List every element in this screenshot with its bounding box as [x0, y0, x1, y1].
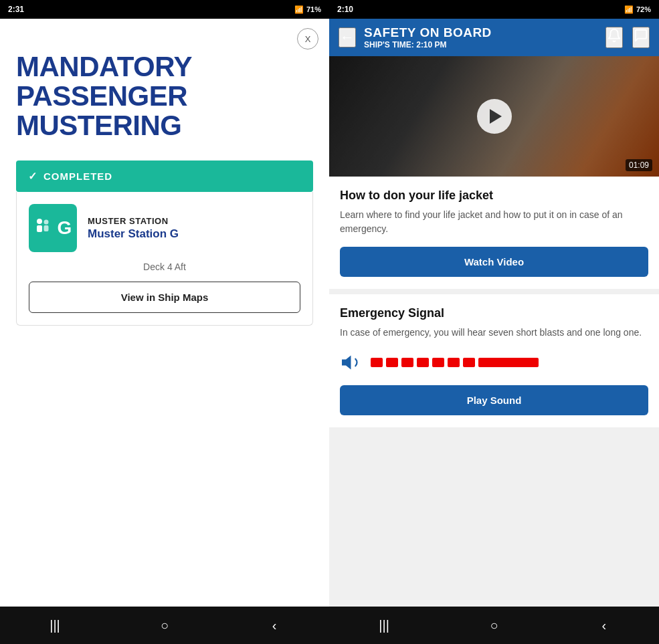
life-jacket-title: How to don your life jacket	[340, 189, 648, 203]
muster-people-svg	[34, 216, 56, 240]
completed-banner: ✓ COMPLETED	[16, 160, 313, 192]
right-status-time: 2:10	[337, 5, 353, 14]
watch-video-button[interactable]: Watch Video	[340, 247, 648, 277]
chat-button[interactable]	[632, 27, 650, 48]
header-title-block: SAFETY ON BOARD SHIP'S TIME: 2:10 PM	[364, 25, 492, 49]
right-status-bar: 2:10 📶 72%	[329, 0, 659, 19]
muster-deck: Deck 4 Aft	[29, 261, 300, 272]
muster-station-name: Muster Station G	[88, 227, 179, 241]
signal-short-6	[448, 358, 460, 367]
muster-station-label: MUSTER STATION	[88, 216, 179, 226]
header-subtitle: SHIP'S TIME: 2:10 PM	[364, 40, 492, 49]
right-battery: 72%	[636, 5, 651, 13]
signal-short-3	[401, 358, 413, 367]
muster-card: G MUSTER STATION Muster Station G Deck 4…	[16, 192, 313, 326]
view-map-button[interactable]: View in Ship Maps	[29, 282, 300, 313]
left-battery: 71%	[306, 5, 321, 13]
svg-rect-1	[37, 225, 42, 232]
header-icons	[605, 27, 650, 48]
life-jacket-description: Learn where to find your life jacket and…	[340, 208, 648, 236]
play-triangle-icon	[490, 109, 502, 124]
play-sound-button[interactable]: Play Sound	[340, 385, 648, 415]
header-title: SAFETY ON BOARD	[364, 25, 492, 40]
right-nav-back-icon[interactable]: ‹	[591, 612, 618, 639]
signal-short-7	[463, 358, 475, 367]
svg-point-2	[43, 220, 48, 225]
right-wifi-icon: 📶	[624, 5, 634, 14]
left-phone: 2:31 📶 71% X MANDATORY PASSENGER MUSTERI…	[0, 0, 329, 644]
signal-short-1	[371, 358, 383, 367]
right-scroll-area: How to don your life jacket Learn where …	[329, 177, 659, 607]
right-phone: 2:10 📶 72% ← SAFETY ON BOARD SHIP'S TIME…	[329, 0, 659, 644]
svg-rect-3	[43, 225, 48, 231]
video-thumbnail[interactable]: 01:09	[329, 56, 659, 177]
left-main-content: X MANDATORY PASSENGER MUSTERING ✓ COMPLE…	[0, 19, 329, 607]
right-nav-bar: ||| ○ ‹	[329, 607, 659, 644]
chat-icon	[634, 28, 648, 43]
main-title: MANDATORY PASSENGER MUSTERING	[16, 52, 313, 140]
left-status-time: 2:31	[8, 5, 24, 14]
notification-button[interactable]	[605, 27, 623, 48]
check-icon: ✓	[28, 170, 37, 183]
emergency-signal-description: In case of emergency, you will hear seve…	[340, 326, 648, 340]
play-button[interactable]	[477, 99, 512, 134]
muster-header: G MUSTER STATION Muster Station G	[29, 204, 300, 252]
svg-point-0	[37, 219, 42, 224]
right-nav-home-icon[interactable]: ○	[480, 612, 507, 639]
left-nav-back-icon[interactable]: ‹	[261, 612, 288, 639]
signal-visual	[340, 350, 648, 374]
muster-g-letter: G	[58, 217, 72, 239]
completed-label: COMPLETED	[43, 171, 112, 182]
close-button[interactable]: X	[297, 28, 318, 49]
svg-marker-4	[342, 356, 351, 370]
right-nav-menu-icon[interactable]: |||	[371, 612, 397, 639]
muster-icon: G	[29, 204, 77, 252]
muster-info: MUSTER STATION Muster Station G	[88, 216, 179, 241]
left-wifi-icon: 📶	[294, 5, 304, 14]
life-jacket-card: How to don your life jacket Learn where …	[329, 177, 659, 289]
video-duration: 01:09	[626, 159, 652, 171]
signal-long-1	[478, 358, 539, 367]
left-nav-menu-icon[interactable]: |||	[41, 612, 68, 639]
left-nav-bar: ||| ○ ‹	[0, 607, 329, 644]
right-header: ← SAFETY ON BOARD SHIP'S TIME: 2:10 PM	[329, 19, 659, 56]
emergency-signal-card: Emergency Signal In case of emergency, y…	[329, 294, 659, 427]
signal-bars	[371, 358, 539, 367]
speaker-icon	[340, 350, 364, 374]
signal-short-5	[432, 358, 444, 367]
emergency-signal-title: Emergency Signal	[340, 306, 648, 320]
video-overlay	[329, 56, 659, 177]
left-nav-home-icon[interactable]: ○	[151, 612, 178, 639]
left-status-bar: 2:31 📶 71%	[0, 0, 329, 19]
signal-short-4	[417, 358, 429, 367]
back-button[interactable]: ←	[339, 27, 356, 47]
bell-icon	[607, 28, 622, 43]
signal-short-2	[386, 358, 398, 367]
